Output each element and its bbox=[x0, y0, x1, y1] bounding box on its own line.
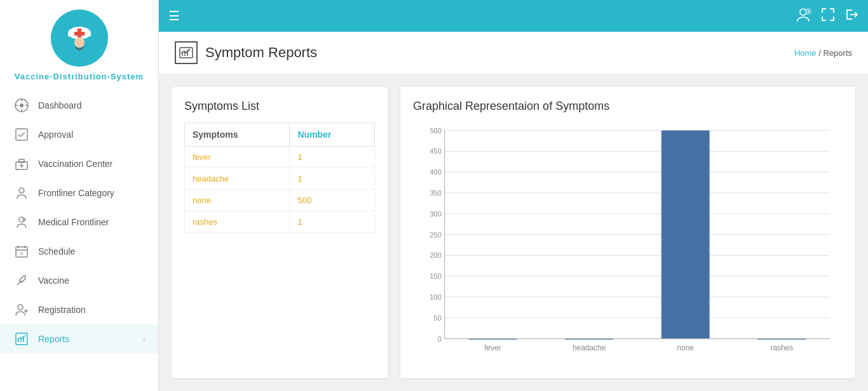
fullscreen-icon[interactable] bbox=[821, 8, 835, 25]
svg-text:500: 500 bbox=[430, 127, 442, 135]
symptom-cell: rashes bbox=[185, 211, 290, 233]
table-row: none500 bbox=[185, 190, 375, 211]
topbar-icons bbox=[795, 6, 858, 26]
svg-text:8: 8 bbox=[20, 251, 23, 256]
chart-area: 500450400350300250200150100500feverheada… bbox=[413, 123, 843, 366]
vaccine-icon bbox=[13, 274, 31, 288]
table-row: rashes1 bbox=[185, 211, 375, 233]
number-cell: 1 bbox=[290, 168, 375, 190]
page-title: Symptom Reports bbox=[175, 41, 317, 64]
table-row: headache1 bbox=[185, 168, 375, 190]
sidebar-item-frontliner-category[interactable]: Frontliner Category bbox=[0, 178, 158, 208]
symptoms-list-card: Symptoms List Symptoms Number fever1head… bbox=[172, 87, 388, 378]
sidebar-item-medical-frontliner[interactable]: Medical Frontliner bbox=[0, 208, 158, 237]
svg-point-11 bbox=[20, 103, 24, 107]
vaccination-center-icon bbox=[13, 157, 31, 171]
approval-icon bbox=[13, 128, 31, 142]
bar-none bbox=[661, 131, 710, 339]
svg-text:0: 0 bbox=[438, 335, 442, 343]
logo-circle bbox=[51, 10, 108, 67]
table-row: fever1 bbox=[185, 147, 375, 168]
content-body: Symptoms List Symptoms Number fever1head… bbox=[159, 74, 868, 391]
svg-rect-4 bbox=[74, 32, 85, 36]
sidebar-item-vaccine[interactable]: Vaccine bbox=[0, 266, 158, 295]
number-cell: 500 bbox=[290, 190, 375, 211]
svg-rect-27 bbox=[19, 276, 26, 283]
svg-text:400: 400 bbox=[430, 168, 442, 176]
symptoms-list-title: Symptoms List bbox=[184, 100, 375, 113]
breadcrumb-home[interactable]: Home bbox=[794, 48, 817, 58]
symptom-cell: headache bbox=[185, 168, 290, 190]
svg-text:50: 50 bbox=[434, 314, 442, 322]
sidebar-item-schedule[interactable]: 8 Schedule bbox=[0, 237, 158, 266]
logo-area: Vaccine-Distribution-System bbox=[8, 0, 150, 88]
sidebar-item-dashboard[interactable]: Dashboard bbox=[0, 91, 158, 120]
sidebar: Vaccine-Distribution-System Dashboard Ap… bbox=[0, 0, 159, 391]
breadcrumb-current: Reports bbox=[823, 48, 852, 58]
col-symptoms: Symptoms bbox=[185, 123, 290, 147]
content-header: Symptom Reports Home / Reports bbox=[159, 32, 868, 74]
svg-point-36 bbox=[800, 9, 806, 15]
logo-icon bbox=[60, 19, 98, 57]
logout-icon[interactable] bbox=[844, 8, 858, 25]
reports-icon bbox=[13, 332, 31, 346]
svg-text:fever: fever bbox=[484, 343, 501, 352]
sidebar-navigation: Dashboard Approval Vaccination Center Fr… bbox=[0, 91, 158, 354]
sidebar-item-registration[interactable]: Registration bbox=[0, 295, 158, 324]
chart-title: Graphical Representaion of Symptoms bbox=[413, 100, 843, 113]
svg-rect-14 bbox=[19, 159, 24, 162]
reports-arrow: ‹ bbox=[143, 335, 146, 343]
svg-text:150: 150 bbox=[430, 272, 442, 280]
medical-frontliner-icon bbox=[13, 215, 31, 229]
sidebar-title: Vaccine-Distribution-System bbox=[15, 72, 144, 81]
sidebar-item-approval[interactable]: Approval bbox=[0, 120, 158, 149]
page-title-icon bbox=[175, 41, 198, 64]
sidebar-item-reports[interactable]: Reports ‹ bbox=[0, 324, 158, 354]
number-cell: 1 bbox=[290, 211, 375, 233]
svg-point-17 bbox=[19, 188, 24, 193]
number-cell: 1 bbox=[290, 147, 375, 168]
svg-text:none: none bbox=[677, 343, 694, 352]
svg-text:200: 200 bbox=[430, 251, 442, 259]
symptom-cell: none bbox=[185, 190, 290, 211]
sidebar-item-vaccination-center[interactable]: Vaccination Center bbox=[0, 149, 158, 178]
main-content: ☰ Symptom Reports Home / Reports bbox=[159, 0, 868, 391]
svg-line-28 bbox=[25, 275, 26, 276]
breadcrumb: Home / Reports bbox=[794, 48, 852, 58]
registration-icon bbox=[13, 303, 31, 317]
svg-rect-12 bbox=[16, 129, 27, 140]
frontliner-category-icon bbox=[13, 186, 31, 200]
schedule-icon: 8 bbox=[13, 244, 31, 258]
svg-text:100: 100 bbox=[430, 293, 442, 301]
chart-card: Graphical Representaion of Symptoms 5004… bbox=[400, 87, 855, 378]
svg-text:300: 300 bbox=[430, 210, 442, 218]
user-settings-icon[interactable] bbox=[795, 6, 811, 26]
svg-text:350: 350 bbox=[430, 189, 442, 197]
col-number: Number bbox=[290, 123, 375, 147]
bar-chart: 500450400350300250200150100500feverheada… bbox=[413, 123, 843, 366]
svg-text:headache: headache bbox=[573, 343, 606, 352]
symptoms-table: Symptoms Number fever1headache1none500ra… bbox=[184, 123, 375, 233]
topbar: ☰ bbox=[159, 0, 868, 32]
svg-text:rashes: rashes bbox=[770, 343, 793, 352]
svg-point-5 bbox=[74, 37, 85, 48]
svg-text:250: 250 bbox=[430, 231, 442, 239]
hamburger-button[interactable]: ☰ bbox=[168, 8, 180, 23]
symptom-cell: fever bbox=[185, 147, 290, 168]
svg-point-29 bbox=[18, 305, 23, 310]
svg-text:450: 450 bbox=[430, 147, 442, 155]
dashboard-icon bbox=[13, 98, 31, 112]
